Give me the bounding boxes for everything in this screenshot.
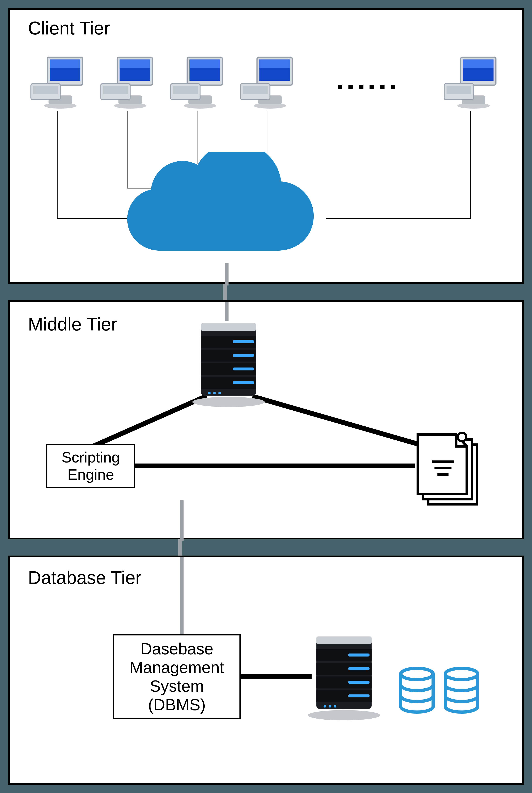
server-icon xyxy=(186,314,271,409)
svg-point-61 xyxy=(308,710,380,720)
svg-rect-63 xyxy=(317,637,372,644)
client-computer-icon xyxy=(98,50,157,111)
svg-point-75 xyxy=(401,668,433,680)
svg-rect-49 xyxy=(233,367,254,370)
svg-rect-68 xyxy=(348,653,369,657)
svg-point-76 xyxy=(445,668,478,680)
client-computer-icon xyxy=(238,50,297,111)
svg-rect-20 xyxy=(189,60,220,69)
database-cylinder-icon xyxy=(441,667,482,719)
svg-rect-47 xyxy=(233,340,254,343)
tier2-tier3-gap-connector xyxy=(178,539,182,556)
client-computer-icon xyxy=(168,50,227,111)
database-cylinder-icon xyxy=(397,667,437,719)
svg-point-74 xyxy=(334,705,337,708)
svg-rect-22 xyxy=(173,86,198,94)
svg-rect-34 xyxy=(463,60,494,69)
svg-rect-70 xyxy=(348,681,369,684)
tier1-tier2-gap-connector xyxy=(223,284,227,300)
dbms-box: Dasebase Management System (DBMS) xyxy=(113,634,241,719)
svg-rect-48 xyxy=(233,354,254,357)
scripting-engine-box: Scripting Engine xyxy=(46,444,135,488)
script-files-icon xyxy=(407,423,492,509)
svg-rect-6 xyxy=(50,60,80,69)
client-computer-icon xyxy=(441,50,500,111)
database-tier-box: Database Tier Dasebase Management System… xyxy=(8,556,524,785)
svg-rect-71 xyxy=(348,695,369,698)
svg-rect-69 xyxy=(348,667,369,670)
client-tier-box: Client Tier xyxy=(8,8,524,284)
svg-rect-42 xyxy=(201,323,256,331)
svg-rect-36 xyxy=(446,86,471,94)
svg-rect-27 xyxy=(259,60,290,69)
svg-point-40 xyxy=(192,397,265,407)
svg-rect-15 xyxy=(103,86,128,94)
middle-tier-box: Middle Tier xyxy=(8,300,524,539)
svg-rect-8 xyxy=(33,86,58,94)
svg-rect-50 xyxy=(233,381,254,384)
ellipsis-icon xyxy=(338,85,395,89)
svg-point-53 xyxy=(218,392,221,394)
architecture-diagram: Client Tier xyxy=(0,0,532,793)
svg-point-51 xyxy=(208,392,211,394)
svg-rect-29 xyxy=(243,86,268,94)
cloud-icon xyxy=(127,152,320,277)
svg-rect-13 xyxy=(119,60,150,69)
cloud-to-middle-connector xyxy=(225,263,229,285)
server-icon xyxy=(301,624,386,725)
server-to-db-connector-upper xyxy=(180,500,184,541)
svg-point-73 xyxy=(329,705,331,708)
client-computer-icon xyxy=(28,50,87,111)
svg-point-72 xyxy=(324,705,326,708)
svg-line-38 xyxy=(255,397,427,447)
svg-point-56 xyxy=(458,433,467,441)
svg-point-52 xyxy=(213,392,216,394)
